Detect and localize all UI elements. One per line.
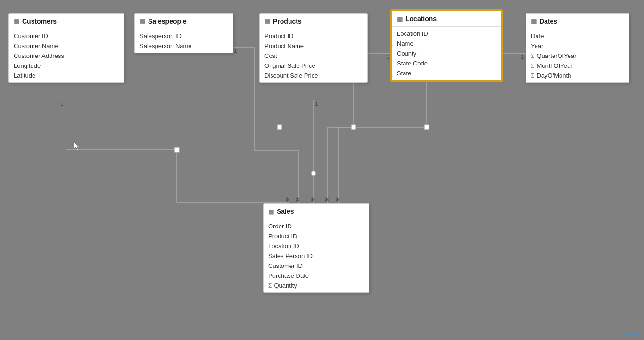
table-customers[interactable]: ▦ Customers Customer ID Customer Name Cu… xyxy=(8,13,124,83)
table-body-products[interactable]: Product ID Product Name Cost Original Sa… xyxy=(260,29,367,82)
table-icon-customers: ▦ xyxy=(14,18,19,25)
join-dot-customers xyxy=(174,147,179,152)
table-body-customers[interactable]: Customer ID Customer Name Customer Addre… xyxy=(9,29,124,82)
table-body-dates[interactable]: Date Year Σ QuarterOfYear Σ MonthOfYear … xyxy=(526,29,629,82)
field-customer-id: Customer ID xyxy=(9,31,124,41)
svg-marker-4 xyxy=(74,142,79,150)
field-order-id: Order ID xyxy=(264,221,369,231)
table-header-locations: ▦ Locations xyxy=(392,11,501,27)
field-sales-product-id: Product ID xyxy=(264,231,369,241)
table-dates[interactable]: ▦ Dates Date Year Σ QuarterOfYear Σ Mont… xyxy=(526,13,629,83)
table-header-salespeople: ▦ Salespeople xyxy=(135,14,233,29)
field-cost: Cost xyxy=(260,51,367,61)
field-quantity: Σ Quantity xyxy=(264,281,369,291)
field-salesperson-name: Salesperson Name xyxy=(135,41,233,51)
field-date: Date xyxy=(526,31,629,41)
table-icon-salespeople: ▦ xyxy=(140,18,145,25)
cardinality-products-star: ✱ xyxy=(310,196,315,203)
field-state: State xyxy=(392,68,501,78)
field-salesperson-id: Salesperson ID xyxy=(135,31,233,41)
sigma-icon-day: Σ xyxy=(531,73,534,79)
cardinality-salespeople-1: 1 xyxy=(234,48,237,54)
table-icon-products: ▦ xyxy=(264,18,270,25)
table-locations[interactable]: ▦ Locations Location ID Name County Stat… xyxy=(391,10,502,81)
cardinality-locations-star: ✱ xyxy=(324,196,329,203)
table-title-locations: Locations xyxy=(405,15,437,23)
cardinality-customers-1: 1 xyxy=(60,101,64,107)
diagram-canvas: 1 ✱ 1 ✱ 1 ✱ 1 ✱ 1 ✱ ▦ Customers xyxy=(0,0,644,340)
field-sales-person-id: Sales Person ID xyxy=(264,251,369,261)
svg-rect-1 xyxy=(351,125,356,130)
svg-rect-2 xyxy=(424,125,429,130)
table-icon-sales: ▦ xyxy=(268,208,274,215)
svg-rect-0 xyxy=(277,125,282,130)
field-sales-location-id: Location ID xyxy=(264,241,369,251)
field-county: County xyxy=(392,49,501,58)
field-month-of-year: Σ MonthOfYear xyxy=(526,61,629,71)
field-latitude: Latitude xyxy=(9,71,124,81)
field-year: Year xyxy=(526,41,629,51)
table-header-dates: ▦ Dates xyxy=(526,14,629,29)
table-body-locations[interactable]: Location ID Name County State Code State xyxy=(392,27,501,80)
cardinality-dates-star: ✱ xyxy=(335,196,340,203)
field-customer-name: Customer Name xyxy=(9,41,124,51)
table-icon-locations: ▦ xyxy=(397,16,403,23)
field-day-of-month: Σ DayOfMonth xyxy=(526,71,629,81)
field-product-name: Product Name xyxy=(260,41,367,51)
table-header-customers: ▦ Customers xyxy=(9,14,124,29)
field-location-id: Location ID xyxy=(392,29,501,39)
field-purchase-date: Purchase Date xyxy=(264,271,369,281)
field-product-id: Product ID xyxy=(260,31,367,41)
table-body-salespeople[interactable]: Salesperson ID Salesperson Name xyxy=(135,29,233,53)
table-title-salespeople: Salespeople xyxy=(148,17,187,25)
table-salespeople[interactable]: ▦ Salespeople Salesperson ID Salesperson… xyxy=(134,13,233,53)
table-header-sales: ▦ Sales xyxy=(264,204,369,219)
cardinality-products-1: 1 xyxy=(315,101,318,107)
field-state-code: State Code xyxy=(392,58,501,68)
cardinality-dates-1: 1 xyxy=(521,54,524,60)
table-header-products: ▦ Products xyxy=(260,14,367,29)
table-title-customers: Customers xyxy=(22,17,57,25)
field-original-sale-price: Original Sale Price xyxy=(260,61,367,71)
field-customer-address: Customer Address xyxy=(9,51,124,61)
cardinality-locations-1: 1 xyxy=(387,54,390,60)
table-body-sales[interactable]: Order ID Product ID Location ID Sales Pe… xyxy=(264,219,369,292)
sigma-icon-quantity: Σ xyxy=(268,283,272,289)
table-title-products: Products xyxy=(273,17,302,25)
field-location-name: Name xyxy=(392,39,501,49)
svg-point-3 xyxy=(311,171,316,176)
cardinality-customers-star: ✱ xyxy=(285,196,290,203)
field-longitude: Longitude xyxy=(9,61,124,71)
mouse-cursor xyxy=(74,142,80,149)
watermark: ▬▬▬ xyxy=(625,331,640,336)
table-products[interactable]: ▦ Products Product ID Product Name Cost … xyxy=(259,13,368,83)
sigma-icon-quarter: Σ xyxy=(531,53,534,59)
table-title-sales: Sales xyxy=(277,208,294,215)
field-quarter-of-year: Σ QuarterOfYear xyxy=(526,51,629,61)
cardinality-salespeople-star: ✱ xyxy=(295,196,300,203)
field-discount-sale-price: Discount Sale Price xyxy=(260,71,367,81)
field-sales-customer-id: Customer ID xyxy=(264,261,369,271)
table-title-dates: Dates xyxy=(539,17,557,25)
table-sales[interactable]: ▦ Sales Order ID Product ID Location ID … xyxy=(263,203,369,293)
sigma-icon-month: Σ xyxy=(531,63,534,69)
table-icon-dates: ▦ xyxy=(531,18,537,25)
